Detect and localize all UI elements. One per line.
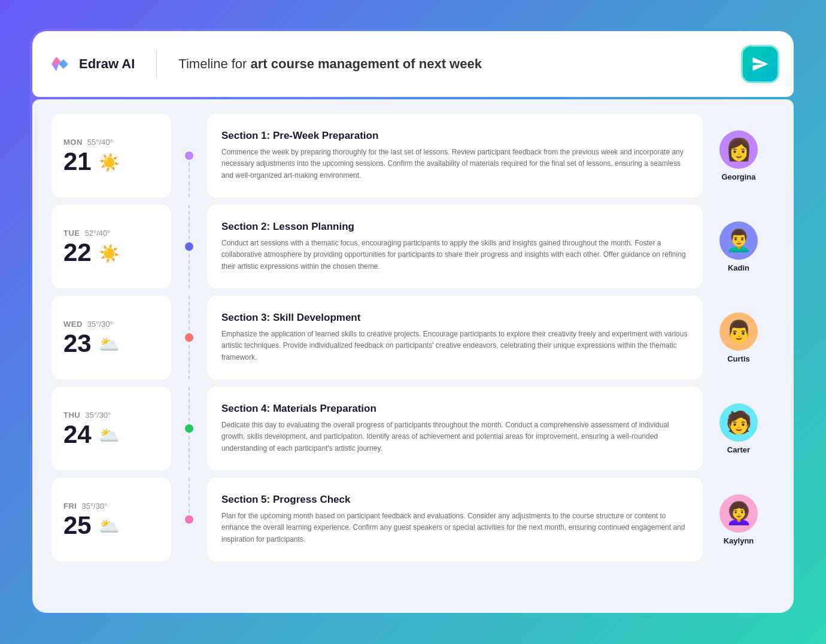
person-name: Carter [727, 445, 750, 454]
section-text: Commence the week by preparing thoroughl… [221, 147, 688, 181]
day-temp: 35°/30° [85, 411, 111, 420]
day-temp: 35°/30° [81, 502, 107, 511]
section-card: Section 5: Progress Check Plan for the u… [207, 478, 703, 561]
person-name: Curtis [727, 354, 750, 363]
avatar: 👩 [719, 130, 758, 169]
weather-icon: 🌥️ [99, 517, 120, 536]
main-content: MON 55°/40° 21 ☀️ Section 1: Pre-Week Pr… [32, 99, 794, 613]
person-area: 👩‍🦱 Kaylynn [703, 478, 775, 561]
day-top: THU 35°/30° [63, 411, 159, 420]
person-area: 🧑 Carter [703, 387, 775, 470]
avatar: 👨 [719, 312, 758, 351]
title-bold: art course management of next week [251, 56, 482, 71]
day-card: THU 35°/30° 24 🌥️ [51, 387, 171, 470]
timeline-connector [171, 296, 207, 379]
person-area: 👩 Georgina [703, 114, 775, 198]
day-card: FRI 35°/30° 25 🌥️ [51, 478, 171, 561]
day-top: WED 35°/30° [63, 320, 159, 329]
weather-icon: 🌥️ [99, 426, 120, 445]
day-number: 25 [63, 513, 92, 538]
section-title: Section 3: Skill Development [221, 312, 688, 324]
title-prefix: Timeline for [178, 56, 250, 71]
day-number: 21 [63, 149, 92, 174]
section-title: Section 5: Progress Check [221, 494, 688, 506]
timeline-row: FRI 35°/30° 25 🌥️ Section 5: Progress Ch… [51, 478, 775, 561]
logo-text: Edraw AI [79, 56, 135, 72]
outer-card: Edraw AI Timeline for art course managem… [30, 29, 796, 615]
section-text: Conduct art sessions with a thematic foc… [221, 238, 688, 272]
person-name: Kaylynn [724, 536, 754, 545]
day-top: TUE 52°/40° [63, 229, 159, 238]
edraw-logo-icon [47, 51, 73, 77]
day-card: TUE 52°/40° 22 ☀️ [51, 205, 171, 288]
connector-dot [185, 515, 193, 524]
day-label: FRI [63, 502, 77, 511]
day-number: 24 [63, 422, 92, 447]
day-card: MON 55°/40° 21 ☀️ [51, 114, 171, 198]
timeline-row: MON 55°/40° 21 ☀️ Section 1: Pre-Week Pr… [51, 114, 775, 198]
timeline-connector [171, 387, 207, 470]
timeline-row: THU 35°/30° 24 🌥️ Section 4: Materials P… [51, 387, 775, 470]
person-area: 👨 Curtis [703, 296, 775, 379]
connector-dot [185, 424, 193, 433]
avatar: 👩‍🦱 [719, 494, 758, 533]
day-temp: 35°/30° [87, 320, 113, 329]
header-title: Timeline for art course management of ne… [178, 56, 482, 72]
timeline-connector [171, 114, 207, 198]
section-title: Section 4: Materials Preparation [221, 403, 688, 415]
timeline-row: WED 35°/30° 23 🌥️ Section 3: Skill Devel… [51, 296, 775, 379]
connector-line [189, 478, 190, 520]
connector-dot [185, 242, 193, 251]
avatar: 🧑 [719, 403, 758, 442]
section-card: Section 1: Pre-Week Preparation Commence… [207, 114, 703, 198]
day-label: WED [63, 320, 83, 329]
day-label: THU [63, 411, 80, 420]
person-area: 👨‍🦱 Kadin [703, 205, 775, 288]
connector-dot [185, 151, 193, 160]
section-title: Section 1: Pre-Week Preparation [221, 130, 688, 142]
avatar: 👨‍🦱 [719, 221, 758, 260]
header-divider [156, 49, 157, 79]
day-number: 22 [63, 240, 92, 265]
connector-line [189, 156, 190, 198]
timeline-connector [171, 478, 207, 561]
section-card: Section 4: Materials Preparation Dedicat… [207, 387, 703, 470]
section-text: Emphasize the application of learned ski… [221, 329, 688, 363]
day-label: MON [63, 138, 83, 147]
day-temp: 55°/40° [87, 138, 113, 147]
section-card: Section 2: Lesson Planning Conduct art s… [207, 205, 703, 288]
connector-dot [185, 333, 193, 342]
person-name: Kadin [728, 263, 749, 272]
weather-icon: ☀️ [99, 153, 120, 172]
person-name: Georgina [721, 172, 755, 181]
day-number: 23 [63, 331, 92, 356]
timeline-connector [171, 205, 207, 288]
send-button[interactable] [741, 45, 779, 83]
send-icon [751, 55, 769, 73]
day-label: TUE [63, 229, 80, 238]
day-card: WED 35°/30° 23 🌥️ [51, 296, 171, 379]
weather-icon: ☀️ [99, 244, 120, 263]
section-title: Section 2: Lesson Planning [221, 221, 688, 233]
day-top: MON 55°/40° [63, 138, 159, 147]
day-temp: 52°/40° [85, 229, 111, 238]
section-card: Section 3: Skill Development Emphasize t… [207, 296, 703, 379]
weather-icon: 🌥️ [99, 335, 120, 354]
timeline-row: TUE 52°/40° 22 ☀️ Section 2: Lesson Plan… [51, 205, 775, 288]
section-text: Dedicate this day to evaluating the over… [221, 420, 688, 454]
day-top: FRI 35°/30° [63, 502, 159, 511]
header: Edraw AI Timeline for art course managem… [32, 31, 794, 97]
logo-area: Edraw AI [47, 51, 135, 77]
section-text: Plan for the upcoming month based on par… [221, 511, 688, 545]
